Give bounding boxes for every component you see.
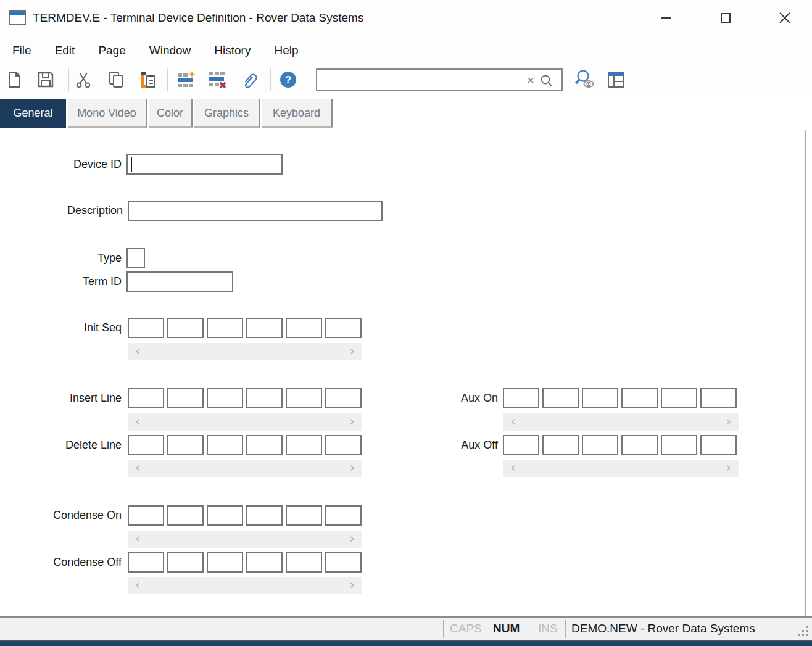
scroll-right-icon[interactable]: › (349, 531, 355, 548)
insert-line-cell-1[interactable] (128, 388, 164, 408)
menu-page[interactable]: Page (98, 44, 125, 57)
search-preview-button[interactable] (574, 70, 597, 89)
scroll-left-icon[interactable]: ‹ (510, 413, 516, 431)
new-document-button[interactable] (4, 70, 24, 89)
scroll-left-icon[interactable]: ‹ (510, 460, 516, 477)
condense-off-cell-2[interactable] (167, 552, 204, 573)
aux-on-cell-4[interactable] (621, 388, 658, 408)
aux-off-cell-2[interactable] (542, 435, 579, 455)
init-seq-cell-6[interactable] (325, 318, 362, 338)
condense-on-cell-1[interactable] (128, 505, 164, 526)
menu-edit[interactable]: Edit (55, 44, 75, 57)
tab-graphics[interactable]: Graphics (194, 99, 260, 128)
delete-line-scrollbar[interactable]: ‹› (128, 460, 362, 477)
search-clear-icon[interactable]: × (527, 72, 534, 89)
aux-off-scrollbar[interactable]: ‹› (503, 460, 739, 477)
tab-color[interactable]: Color (149, 99, 193, 128)
init-seq-cell-3[interactable] (207, 318, 243, 338)
condense-on-cell-5[interactable] (286, 505, 322, 526)
insert-line-scrollbar[interactable]: ‹› (128, 413, 362, 431)
delete-line-cell-6[interactable] (325, 435, 362, 455)
delete-line-cell-1[interactable] (128, 435, 164, 455)
scroll-right-icon[interactable]: › (349, 343, 355, 360)
search-preview-icon (574, 69, 597, 90)
scroll-right-icon[interactable]: › (726, 460, 731, 477)
condense-on-cell-3[interactable] (207, 505, 243, 526)
save-button[interactable] (36, 70, 56, 89)
menu-window[interactable]: Window (149, 44, 191, 57)
condense-off-cell-3[interactable] (207, 552, 243, 573)
aux-on-cell-1[interactable] (503, 388, 539, 408)
condense-off-cell-1[interactable] (128, 552, 164, 573)
term-id-input[interactable] (126, 271, 233, 292)
scroll-left-icon[interactable]: ‹ (135, 413, 141, 431)
condense-on-cell-2[interactable] (167, 505, 204, 526)
delete-line-cell-3[interactable] (207, 435, 243, 455)
aux-on-cell-5[interactable] (661, 388, 697, 408)
attachment-button[interactable] (240, 70, 260, 89)
search-input[interactable] (321, 70, 524, 90)
tab-mono-video[interactable]: Mono Video (68, 99, 147, 128)
insert-line-cell-3[interactable] (207, 388, 243, 408)
scroll-left-icon[interactable]: ‹ (135, 531, 141, 548)
condense-off-cell-6[interactable] (325, 552, 362, 573)
device-id-input[interactable] (126, 154, 283, 175)
insert-line-cell-4[interactable] (246, 388, 283, 408)
aux-off-cell-5[interactable] (661, 435, 697, 455)
scroll-left-icon[interactable]: ‹ (135, 343, 141, 360)
condense-off-scrollbar[interactable]: ‹› (128, 577, 362, 594)
type-label: Type (0, 248, 122, 268)
condense-on-scrollbar[interactable]: ‹› (128, 531, 362, 548)
maximize-button[interactable] (712, 6, 739, 30)
type-input[interactable] (126, 248, 145, 268)
resize-grip-icon[interactable] (798, 626, 808, 636)
condense-off-cell-4[interactable] (246, 552, 283, 573)
condense-on-cell-4[interactable] (246, 505, 283, 526)
delete-line-cell-4[interactable] (246, 435, 283, 455)
paste-button[interactable] (138, 70, 158, 89)
menu-history[interactable]: History (214, 44, 251, 57)
menu-file[interactable]: File (12, 44, 31, 57)
copy-button[interactable] (106, 70, 126, 89)
aux-on-cell-3[interactable] (582, 388, 618, 408)
scroll-right-icon[interactable]: › (726, 413, 731, 431)
insert-row-button[interactable] (176, 70, 196, 89)
minimize-button[interactable] (653, 6, 680, 30)
init-seq-cell-1[interactable] (128, 318, 164, 338)
scroll-left-icon[interactable]: ‹ (135, 577, 141, 594)
init-seq-cell-2[interactable] (167, 318, 204, 338)
search-icon[interactable] (538, 72, 555, 89)
tab-keyboard[interactable]: Keyboard (262, 99, 333, 128)
scroll-left-icon[interactable]: ‹ (135, 460, 141, 477)
help-button[interactable]: ? (278, 70, 298, 89)
scroll-right-icon[interactable]: › (349, 577, 355, 594)
aux-on-cell-2[interactable] (542, 388, 579, 408)
delete-row-button[interactable] (207, 70, 227, 89)
init-seq-cell-5[interactable] (286, 318, 322, 338)
aux-on-scrollbar[interactable]: ‹› (503, 413, 739, 431)
description-input[interactable] (128, 201, 383, 221)
caps-indicator: CAPS (450, 618, 482, 640)
insert-line-cell-2[interactable] (167, 388, 204, 408)
cut-button[interactable] (73, 70, 93, 89)
condense-off-cell-5[interactable] (286, 552, 322, 573)
init-seq-cell-4[interactable] (246, 318, 283, 338)
scroll-right-icon[interactable]: › (349, 413, 355, 431)
menu-help[interactable]: Help (274, 44, 298, 57)
form-layout-button[interactable] (606, 70, 626, 89)
paste-icon (139, 70, 157, 89)
init-seq-scrollbar[interactable]: ‹› (128, 343, 362, 360)
scroll-right-icon[interactable]: › (349, 460, 355, 477)
aux-off-cell-1[interactable] (503, 435, 539, 455)
aux-off-cell-4[interactable] (621, 435, 658, 455)
delete-line-cell-2[interactable] (167, 435, 204, 455)
close-button[interactable] (771, 6, 798, 30)
aux-on-cell-6[interactable] (700, 388, 737, 408)
tab-general[interactable]: General (0, 99, 66, 128)
insert-line-cell-6[interactable] (325, 388, 362, 408)
aux-off-cell-3[interactable] (582, 435, 618, 455)
aux-off-cell-6[interactable] (700, 435, 737, 455)
insert-line-cell-5[interactable] (286, 388, 322, 408)
delete-line-cell-5[interactable] (286, 435, 322, 455)
condense-on-cell-6[interactable] (325, 505, 362, 526)
